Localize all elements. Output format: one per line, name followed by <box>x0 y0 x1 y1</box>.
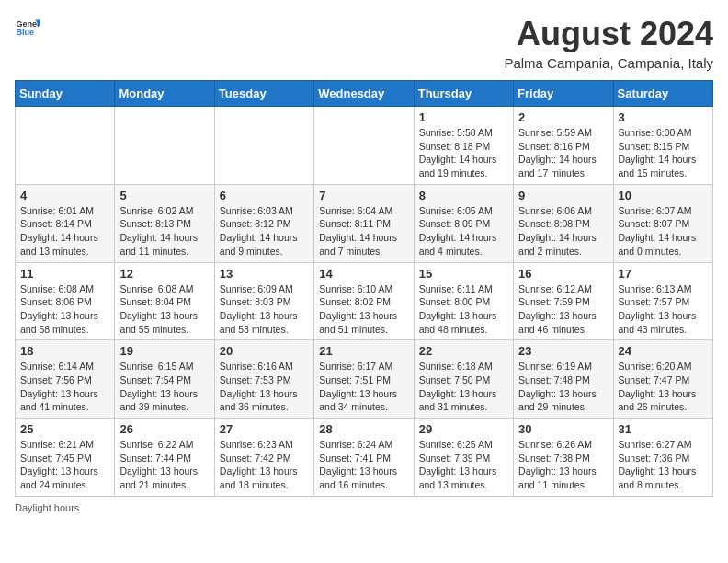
calendar-cell: 18Sunrise: 6:14 AM Sunset: 7:56 PM Dayli… <box>16 340 115 419</box>
day-number: 30 <box>518 422 608 436</box>
day-number: 10 <box>619 189 708 202</box>
calendar-cell: 17Sunrise: 6:13 AM Sunset: 7:57 PM Dayli… <box>613 262 712 340</box>
day-info: Sunrise: 6:00 AM Sunset: 8:15 PM Dayligh… <box>619 126 708 180</box>
day-number: 25 <box>20 422 109 436</box>
day-number: 3 <box>619 110 708 124</box>
day-info: Sunrise: 6:26 AM Sunset: 7:38 PM Dayligh… <box>518 438 608 492</box>
day-info: Sunrise: 6:27 AM Sunset: 7:36 PM Dayligh… <box>619 438 708 492</box>
calendar-cell: 22Sunrise: 6:18 AM Sunset: 7:50 PM Dayli… <box>414 340 513 419</box>
day-number: 8 <box>419 189 508 202</box>
calendar-week-3: 11Sunrise: 6:08 AM Sunset: 8:06 PM Dayli… <box>16 262 713 340</box>
calendar-cell: 1Sunrise: 5:58 AM Sunset: 8:18 PM Daylig… <box>414 107 513 185</box>
calendar-header-monday: Monday <box>115 81 214 107</box>
calendar-cell: 16Sunrise: 6:12 AM Sunset: 7:59 PM Dayli… <box>514 262 613 340</box>
day-number: 5 <box>119 189 209 202</box>
day-info: Sunrise: 6:20 AM Sunset: 7:47 PM Dayligh… <box>619 360 708 414</box>
day-info: Sunrise: 6:05 AM Sunset: 8:09 PM Dayligh… <box>419 204 508 259</box>
calendar-cell: 7Sunrise: 6:04 AM Sunset: 8:11 PM Daylig… <box>314 184 414 262</box>
day-number: 14 <box>319 267 408 281</box>
calendar-cell: 30Sunrise: 6:26 AM Sunset: 7:38 PM Dayli… <box>514 419 613 497</box>
day-info: Sunrise: 6:18 AM Sunset: 7:50 PM Dayligh… <box>419 360 508 414</box>
day-info: Sunrise: 6:21 AM Sunset: 7:45 PM Dayligh… <box>20 438 109 492</box>
day-number: 26 <box>119 422 209 436</box>
day-info: Sunrise: 6:03 AM Sunset: 8:12 PM Dayligh… <box>220 204 309 259</box>
day-info: Sunrise: 6:15 AM Sunset: 7:54 PM Dayligh… <box>119 360 209 414</box>
day-number: 13 <box>220 267 309 281</box>
day-number: 28 <box>319 422 408 436</box>
calendar-week-1: 1Sunrise: 5:58 AM Sunset: 8:18 PM Daylig… <box>16 107 713 185</box>
calendar-week-5: 25Sunrise: 6:21 AM Sunset: 7:45 PM Dayli… <box>16 419 713 497</box>
day-info: Sunrise: 6:16 AM Sunset: 7:53 PM Dayligh… <box>220 360 309 414</box>
calendar-header-saturday: Saturday <box>613 81 712 107</box>
calendar-week-4: 18Sunrise: 6:14 AM Sunset: 7:56 PM Dayli… <box>16 340 713 419</box>
calendar-cell <box>115 107 214 185</box>
day-number: 6 <box>220 189 309 202</box>
day-number: 21 <box>319 344 408 358</box>
calendar-cell: 11Sunrise: 6:08 AM Sunset: 8:06 PM Dayli… <box>16 262 115 340</box>
day-number: 20 <box>220 344 309 358</box>
day-info: Sunrise: 6:02 AM Sunset: 8:13 PM Dayligh… <box>119 204 209 259</box>
day-info: Sunrise: 6:01 AM Sunset: 8:14 PM Dayligh… <box>20 204 109 259</box>
calendar-cell: 10Sunrise: 6:07 AM Sunset: 8:07 PM Dayli… <box>613 184 712 262</box>
logo: General Blue <box>15 15 40 40</box>
day-number: 18 <box>20 344 109 358</box>
calendar-cell: 12Sunrise: 6:08 AM Sunset: 8:04 PM Dayli… <box>115 262 214 340</box>
day-number: 2 <box>518 110 608 124</box>
day-info: Sunrise: 6:12 AM Sunset: 7:59 PM Dayligh… <box>518 282 608 337</box>
calendar-cell: 14Sunrise: 6:10 AM Sunset: 8:02 PM Dayli… <box>314 262 414 340</box>
calendar-cell: 13Sunrise: 6:09 AM Sunset: 8:03 PM Dayli… <box>214 262 313 340</box>
title-area: August 2024 Palma Campania, Campania, It… <box>504 15 713 71</box>
day-info: Sunrise: 6:24 AM Sunset: 7:41 PM Dayligh… <box>319 438 408 492</box>
day-info: Sunrise: 6:09 AM Sunset: 8:03 PM Dayligh… <box>220 282 309 337</box>
day-number: 7 <box>319 189 408 202</box>
day-number: 1 <box>419 110 508 124</box>
day-number: 12 <box>119 267 209 281</box>
day-number: 29 <box>419 422 508 436</box>
calendar-header-friday: Friday <box>514 81 613 107</box>
calendar-cell: 26Sunrise: 6:22 AM Sunset: 7:44 PM Dayli… <box>115 419 214 497</box>
header: General Blue August 2024 Palma Campania,… <box>15 15 713 71</box>
calendar-cell: 2Sunrise: 5:59 AM Sunset: 8:16 PM Daylig… <box>514 107 613 185</box>
day-number: 11 <box>20 267 109 281</box>
calendar-cell: 5Sunrise: 6:02 AM Sunset: 8:13 PM Daylig… <box>115 184 214 262</box>
calendar-cell: 6Sunrise: 6:03 AM Sunset: 8:12 PM Daylig… <box>214 184 313 262</box>
calendar-cell: 19Sunrise: 6:15 AM Sunset: 7:54 PM Dayli… <box>115 340 214 419</box>
calendar-cell: 20Sunrise: 6:16 AM Sunset: 7:53 PM Dayli… <box>214 340 313 419</box>
day-info: Sunrise: 6:11 AM Sunset: 8:00 PM Dayligh… <box>419 282 508 337</box>
calendar-cell: 4Sunrise: 6:01 AM Sunset: 8:14 PM Daylig… <box>16 184 115 262</box>
day-info: Sunrise: 6:22 AM Sunset: 7:44 PM Dayligh… <box>119 438 209 492</box>
footer-note: Daylight hours <box>15 502 713 513</box>
calendar-cell: 31Sunrise: 6:27 AM Sunset: 7:36 PM Dayli… <box>613 419 712 497</box>
day-number: 15 <box>419 267 508 281</box>
day-number: 24 <box>619 344 708 358</box>
day-info: Sunrise: 6:14 AM Sunset: 7:56 PM Dayligh… <box>20 360 109 414</box>
calendar-cell: 24Sunrise: 6:20 AM Sunset: 7:47 PM Dayli… <box>613 340 712 419</box>
calendar-cell: 23Sunrise: 6:19 AM Sunset: 7:48 PM Dayli… <box>514 340 613 419</box>
calendar-cell: 28Sunrise: 6:24 AM Sunset: 7:41 PM Dayli… <box>314 419 414 497</box>
calendar-cell: 9Sunrise: 6:06 AM Sunset: 8:08 PM Daylig… <box>514 184 613 262</box>
day-number: 17 <box>619 267 708 281</box>
calendar-cell: 21Sunrise: 6:17 AM Sunset: 7:51 PM Dayli… <box>314 340 414 419</box>
day-info: Sunrise: 6:04 AM Sunset: 8:11 PM Dayligh… <box>319 204 408 259</box>
calendar-cell <box>16 107 115 185</box>
calendar-cell: 8Sunrise: 6:05 AM Sunset: 8:09 PM Daylig… <box>414 184 513 262</box>
day-info: Sunrise: 6:07 AM Sunset: 8:07 PM Dayligh… <box>619 204 708 259</box>
day-number: 9 <box>518 189 608 202</box>
day-info: Sunrise: 5:58 AM Sunset: 8:18 PM Dayligh… <box>419 126 508 180</box>
day-info: Sunrise: 6:19 AM Sunset: 7:48 PM Dayligh… <box>518 360 608 414</box>
calendar-week-2: 4Sunrise: 6:01 AM Sunset: 8:14 PM Daylig… <box>16 184 713 262</box>
svg-text:Blue: Blue <box>16 28 34 37</box>
day-number: 31 <box>619 422 708 436</box>
day-number: 27 <box>220 422 309 436</box>
day-info: Sunrise: 6:06 AM Sunset: 8:08 PM Dayligh… <box>518 204 608 259</box>
day-number: 19 <box>119 344 209 358</box>
logo-icon: General Blue <box>15 15 40 40</box>
day-info: Sunrise: 6:17 AM Sunset: 7:51 PM Dayligh… <box>319 360 408 414</box>
day-info: Sunrise: 6:13 AM Sunset: 7:57 PM Dayligh… <box>619 282 708 337</box>
day-number: 23 <box>518 344 608 358</box>
day-info: Sunrise: 6:08 AM Sunset: 8:04 PM Dayligh… <box>119 282 209 337</box>
calendar-cell: 29Sunrise: 6:25 AM Sunset: 7:39 PM Dayli… <box>414 419 513 497</box>
day-info: Sunrise: 6:25 AM Sunset: 7:39 PM Dayligh… <box>419 438 508 492</box>
calendar-cell: 27Sunrise: 6:23 AM Sunset: 7:42 PM Dayli… <box>214 419 313 497</box>
day-info: Sunrise: 6:08 AM Sunset: 8:06 PM Dayligh… <box>20 282 109 337</box>
